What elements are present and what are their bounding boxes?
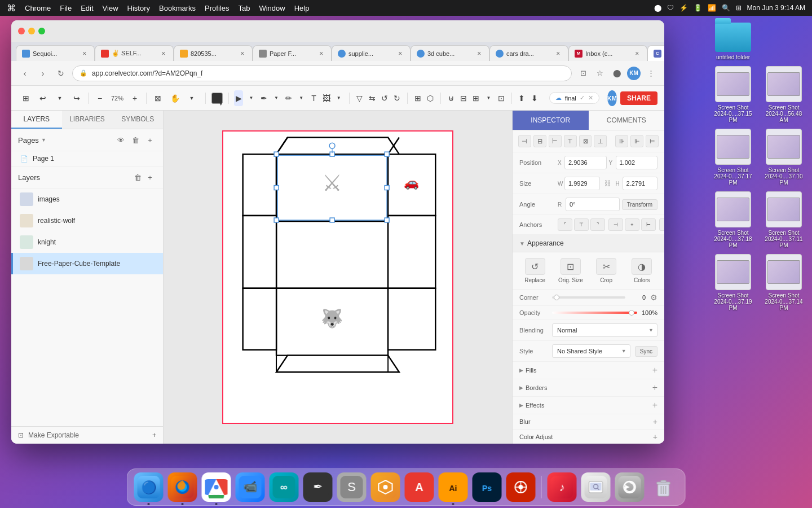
- distribute-button[interactable]: ⊟: [459, 90, 468, 106]
- pages-chevron-icon[interactable]: ▼: [41, 137, 46, 143]
- menu-help[interactable]: Help: [294, 4, 310, 12]
- file-close-icon[interactable]: ✕: [588, 94, 593, 102]
- corner-slider[interactable]: [552, 296, 625, 299]
- x-input[interactable]: 2.9036: [564, 156, 607, 169]
- tab-layers[interactable]: LAYERS: [11, 111, 62, 129]
- dock-item-preview[interactable]: [581, 472, 611, 502]
- pencil-dropdown[interactable]: ▼: [297, 90, 306, 106]
- distribute-h-button[interactable]: ⊪: [615, 135, 628, 147]
- transform-tool[interactable]: ⊞: [413, 90, 422, 106]
- dock-item-illustrator[interactable]: Ai: [439, 472, 468, 502]
- profile-avatar[interactable]: KM: [627, 67, 641, 80]
- dock-item-acrobat[interactable]: A: [405, 472, 434, 502]
- anchor-tc[interactable]: ⊤: [574, 218, 589, 231]
- export-add-icon[interactable]: +: [152, 431, 156, 439]
- width-input[interactable]: 1.9929: [564, 177, 600, 190]
- dock-item-trash[interactable]: [649, 472, 678, 502]
- anchor-bl[interactable]: ⌞: [659, 218, 664, 231]
- tab-libraries[interactable]: LIBRARIES: [62, 111, 113, 129]
- share-button[interactable]: SHARE: [620, 91, 657, 105]
- sync-button[interactable]: Sync: [635, 346, 657, 357]
- desktop-icon-screenshot-8[interactable]: Screen Shot 2024-0....37.14 PM: [761, 254, 806, 311]
- align-top-button[interactable]: ⊤: [564, 135, 577, 147]
- page-delete-button[interactable]: 🗑: [129, 134, 142, 146]
- menubar-search[interactable]: 🔍: [722, 4, 730, 12]
- arrange-button[interactable]: ⊞: [471, 90, 480, 106]
- close-button[interactable]: [18, 28, 25, 34]
- tab-sequoi[interactable]: Sequoi... ✕: [16, 45, 95, 61]
- opacity-slider[interactable]: [552, 312, 637, 314]
- apple-menu[interactable]: ⌘: [7, 3, 16, 14]
- page-visibility-button[interactable]: 👁: [114, 134, 127, 146]
- y-input[interactable]: 1.002: [616, 156, 658, 169]
- user-avatar[interactable]: KM: [607, 90, 617, 106]
- layer-item-free-paper-cube[interactable]: Free-Paper-Cube-Template: [11, 253, 163, 274]
- tab-final[interactable]: C final - C ✕: [647, 45, 664, 61]
- text-tool[interactable]: T: [309, 90, 318, 106]
- colors-action[interactable]: ◑ Colors: [626, 258, 657, 283]
- rotate-cw-button[interactable]: ↻: [392, 90, 401, 106]
- tab-inbox[interactable]: M Inbox (c... ✕: [568, 45, 647, 61]
- distribute-eq-button[interactable]: ⊨: [646, 135, 659, 147]
- borders-header[interactable]: ▶ Borders +: [513, 379, 664, 397]
- maximize-button[interactable]: [38, 28, 45, 34]
- align-left-button[interactable]: ⊣: [518, 135, 531, 147]
- align-center-v-button[interactable]: ⊠: [579, 135, 592, 147]
- extension-button[interactable]: ⬤: [610, 67, 624, 80]
- tab-close-button[interactable]: ✕: [633, 50, 641, 58]
- dock-item-scrivener[interactable]: S: [337, 472, 367, 502]
- tab-close-button[interactable]: ✕: [81, 50, 89, 58]
- clip-button[interactable]: ⊡: [496, 90, 505, 106]
- tab-820535[interactable]: 820535... ✕: [174, 45, 253, 61]
- tab-close-button[interactable]: ✕: [396, 50, 404, 58]
- desktop-icon-screenshot-2[interactable]: Screen Shot 2024-0...56.48 AM: [761, 66, 806, 123]
- tab-self[interactable]: ✌️ SELF... ✕: [95, 45, 174, 61]
- dock-item-backup[interactable]: [615, 472, 645, 502]
- pan-tool[interactable]: ✋: [167, 90, 183, 106]
- dock-item-vectornator[interactable]: [506, 472, 536, 502]
- zoom-fit-button[interactable]: ⊠: [150, 90, 166, 106]
- dock-item-coreldraw[interactable]: [371, 472, 400, 502]
- dock-item-chrome[interactable]: [202, 472, 231, 502]
- bookmark-button[interactable]: ☆: [593, 67, 607, 80]
- fills-add-icon[interactable]: +: [652, 365, 657, 375]
- borders-add-icon[interactable]: +: [652, 383, 657, 393]
- desktop-icon-screenshot-7[interactable]: Screen Shot 2024-0....37.19 PM: [710, 254, 756, 311]
- tab-close-button[interactable]: ✕: [239, 50, 246, 58]
- effects-add-icon[interactable]: +: [652, 400, 657, 410]
- boolean-union[interactable]: ⊎: [447, 90, 456, 106]
- lock-aspect-icon[interactable]: ⛓: [602, 177, 614, 190]
- dock-item-inkscape[interactable]: ✒: [303, 472, 333, 502]
- angle-input[interactable]: 0°: [566, 198, 620, 211]
- blur-add-icon[interactable]: +: [653, 417, 657, 426]
- transform-button[interactable]: Transform: [622, 199, 657, 210]
- dock-item-photoshop[interactable]: Ps: [473, 472, 502, 502]
- zoom-in-button[interactable]: +: [127, 90, 143, 106]
- tab-symbols[interactable]: SYMBOLS: [112, 111, 163, 129]
- layer-delete-button[interactable]: 🗑: [131, 171, 144, 183]
- desktop-icon-untitled-folder[interactable]: untitled folder: [710, 23, 756, 60]
- dock-item-firefox[interactable]: [168, 472, 197, 502]
- minimize-button[interactable]: [28, 28, 35, 34]
- menu-history[interactable]: History: [127, 4, 150, 12]
- menu-view[interactable]: View: [103, 4, 118, 12]
- tab-close-button[interactable]: ✕: [317, 50, 325, 58]
- appearance-section-header[interactable]: ▼ Appearance: [513, 235, 664, 252]
- import-button[interactable]: ⬇: [529, 90, 539, 106]
- tab-cars[interactable]: cars dra... ✕: [489, 45, 568, 61]
- height-input[interactable]: 2.2791: [623, 177, 658, 190]
- undo-button[interactable]: ↩: [35, 90, 51, 106]
- anchor-tl[interactable]: ⌜: [558, 218, 572, 231]
- arrange-dropdown[interactable]: ▼: [484, 90, 493, 106]
- layer-add-button[interactable]: +: [144, 171, 156, 183]
- orig-size-action[interactable]: ⊡ Orig. Size: [555, 258, 586, 283]
- menu-file[interactable]: File: [60, 4, 72, 12]
- color-adjust-add-icon[interactable]: +: [653, 432, 657, 441]
- canvas-area[interactable]: ⚔ 🚗 🐺: [164, 111, 512, 444]
- tab-close-button[interactable]: ✕: [160, 50, 167, 58]
- anchor-ml[interactable]: ⊣: [608, 218, 623, 231]
- tab-comments[interactable]: COMMENTS: [589, 111, 665, 130]
- blending-select[interactable]: Normal ▼: [552, 323, 657, 337]
- corner-settings-icon[interactable]: ⚙: [650, 293, 657, 302]
- mask-tool[interactable]: ▽: [355, 90, 364, 106]
